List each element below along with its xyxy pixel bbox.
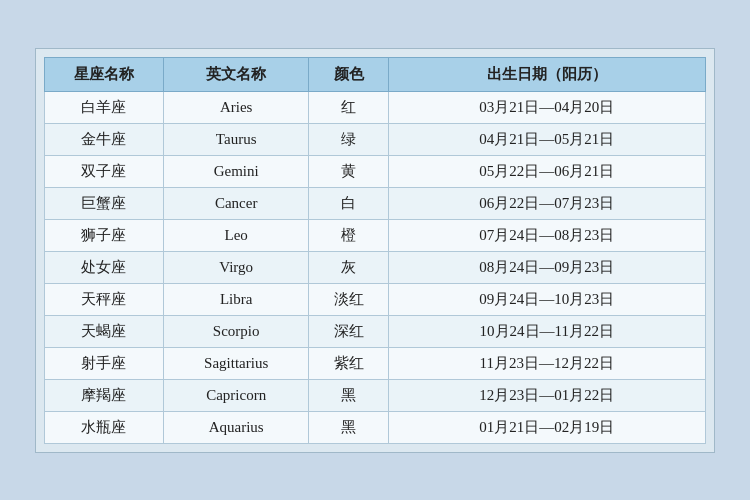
table-row: 双子座Gemini黄05月22日—06月21日 [45, 155, 706, 187]
cell-en: Cancer [163, 187, 308, 219]
cell-date: 06月22日—07月23日 [388, 187, 705, 219]
cell-date: 08月24日—09月23日 [388, 251, 705, 283]
cell-en: Leo [163, 219, 308, 251]
table-row: 金牛座Taurus绿04月21日—05月21日 [45, 123, 706, 155]
table-row: 射手座Sagittarius紫红11月23日—12月22日 [45, 347, 706, 379]
table-header-row: 星座名称 英文名称 颜色 出生日期（阳历） [45, 57, 706, 91]
cell-color: 淡红 [309, 283, 388, 315]
header-zh: 星座名称 [45, 57, 164, 91]
table-row: 白羊座Aries红03月21日—04月20日 [45, 91, 706, 123]
cell-date: 10月24日—11月22日 [388, 315, 705, 347]
cell-color: 黑 [309, 411, 388, 443]
cell-zh: 巨蟹座 [45, 187, 164, 219]
zodiac-table: 星座名称 英文名称 颜色 出生日期（阳历） 白羊座Aries红03月21日—04… [44, 57, 706, 444]
cell-color: 灰 [309, 251, 388, 283]
cell-zh: 金牛座 [45, 123, 164, 155]
cell-en: Gemini [163, 155, 308, 187]
cell-zh: 处女座 [45, 251, 164, 283]
cell-zh: 水瓶座 [45, 411, 164, 443]
cell-color: 黑 [309, 379, 388, 411]
cell-date: 09月24日—10月23日 [388, 283, 705, 315]
table-row: 处女座Virgo灰08月24日—09月23日 [45, 251, 706, 283]
table-row: 摩羯座Capricorn黑12月23日—01月22日 [45, 379, 706, 411]
cell-color: 黄 [309, 155, 388, 187]
cell-zh: 摩羯座 [45, 379, 164, 411]
header-date: 出生日期（阳历） [388, 57, 705, 91]
cell-date: 11月23日—12月22日 [388, 347, 705, 379]
table-row: 狮子座Leo橙07月24日—08月23日 [45, 219, 706, 251]
cell-en: Capricorn [163, 379, 308, 411]
cell-color: 白 [309, 187, 388, 219]
cell-date: 04月21日—05月21日 [388, 123, 705, 155]
cell-en: Libra [163, 283, 308, 315]
cell-color: 红 [309, 91, 388, 123]
header-color: 颜色 [309, 57, 388, 91]
cell-zh: 天蝎座 [45, 315, 164, 347]
cell-zh: 双子座 [45, 155, 164, 187]
header-en: 英文名称 [163, 57, 308, 91]
cell-en: Aquarius [163, 411, 308, 443]
cell-date: 05月22日—06月21日 [388, 155, 705, 187]
cell-date: 03月21日—04月20日 [388, 91, 705, 123]
cell-color: 深红 [309, 315, 388, 347]
cell-zh: 天秤座 [45, 283, 164, 315]
table-row: 巨蟹座Cancer白06月22日—07月23日 [45, 187, 706, 219]
cell-en: Scorpio [163, 315, 308, 347]
cell-color: 紫红 [309, 347, 388, 379]
table-row: 天秤座Libra淡红09月24日—10月23日 [45, 283, 706, 315]
table-row: 水瓶座Aquarius黑01月21日—02月19日 [45, 411, 706, 443]
cell-color: 绿 [309, 123, 388, 155]
cell-color: 橙 [309, 219, 388, 251]
cell-en: Virgo [163, 251, 308, 283]
table-row: 天蝎座Scorpio深红10月24日—11月22日 [45, 315, 706, 347]
cell-en: Sagittarius [163, 347, 308, 379]
cell-en: Taurus [163, 123, 308, 155]
cell-zh: 射手座 [45, 347, 164, 379]
cell-date: 07月24日—08月23日 [388, 219, 705, 251]
cell-zh: 狮子座 [45, 219, 164, 251]
cell-zh: 白羊座 [45, 91, 164, 123]
cell-date: 12月23日—01月22日 [388, 379, 705, 411]
cell-en: Aries [163, 91, 308, 123]
cell-date: 01月21日—02月19日 [388, 411, 705, 443]
zodiac-table-container: 星座名称 英文名称 颜色 出生日期（阳历） 白羊座Aries红03月21日—04… [35, 48, 715, 453]
